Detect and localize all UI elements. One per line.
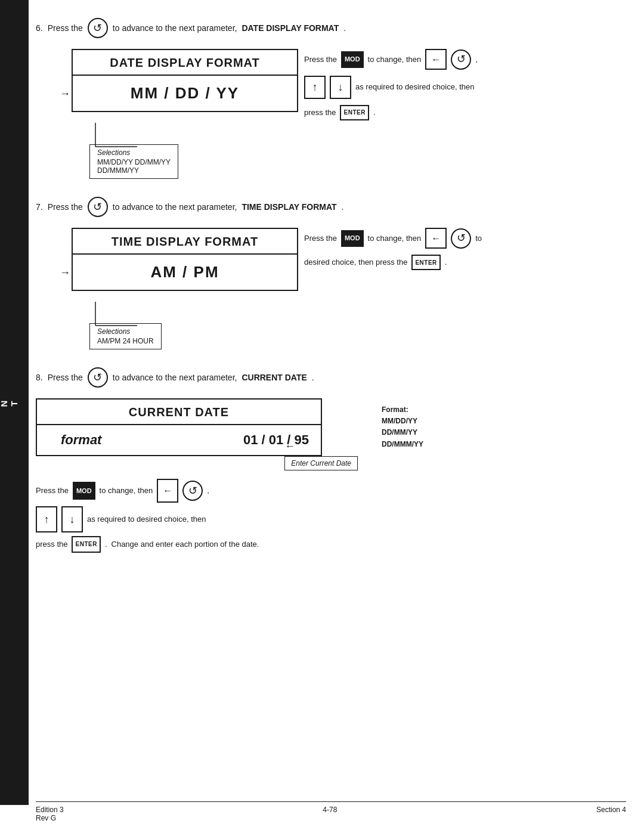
date-connector <box>72 123 286 153</box>
enter-date-area: ← Enter Current Date <box>284 440 358 470</box>
bottom-line2: ↑ ↓ as required to desired choice, then <box>36 506 626 532</box>
sidebar: INSTRUMENTSETTINGS <box>0 0 29 805</box>
step7-param-name: TIME DISPLAY FORMAT <box>242 202 336 212</box>
bottom-line3: press the ENTER . Change and enter each … <box>36 536 626 553</box>
step8-text-after: to advance to the next parameter, <box>113 373 237 382</box>
footer-left: Edition 3 Rev G <box>36 806 64 822</box>
footer-edition: Edition 3 <box>36 806 64 814</box>
enter-date-label: Enter Current Date <box>284 456 358 470</box>
refresh-button-bottom[interactable]: ↺ <box>182 481 203 501</box>
current-date-area: CURRENT DATE format 01 / 01 / 95 ← Enter… <box>36 398 626 467</box>
date-selections-items: MM/DD/YY DD/MM/YY <box>97 158 171 166</box>
step8-instruction: 8. Press the ↺ to advance to the next pa… <box>36 367 626 388</box>
date-display-left: DATE DISPLAY FORMAT → MM / DD / YY <box>36 49 286 179</box>
format-label: format <box>61 432 101 448</box>
date-to-change-text: to change, then <box>368 53 422 66</box>
time-value-arrow: → <box>60 266 72 278</box>
enter-button-time[interactable]: ENTER <box>411 255 440 270</box>
bottom-change-text: Change and enter each portion of the dat… <box>112 537 259 552</box>
format-note-area: Format: MM/DD/YY DD/MM/YY DD/MMM/YY <box>382 404 423 450</box>
up-arrow-button-bottom[interactable]: ↑ <box>36 506 57 532</box>
time-instr-line1: Press the MOD to change, then ← ↺ to <box>304 228 626 249</box>
step8-text-before: Press the <box>48 373 83 382</box>
step8-block: 8. Press the ↺ to advance to the next pa… <box>36 367 626 553</box>
step6-param-name: DATE DISPLAY FORMAT <box>242 23 339 33</box>
date-instr-line3: press the ENTER . <box>304 105 626 120</box>
format-note-2: DD/MM/YY <box>382 428 417 436</box>
step7-text-before: Press the <box>48 202 83 212</box>
step7-block: 7. Press the ↺ to advance to the next pa… <box>36 197 626 349</box>
bottom-line1: Press the MOD to change, then ← ↺ , <box>36 479 626 503</box>
step6-instruction: 6. Press the ↺ to advance to the next pa… <box>36 18 626 38</box>
format-note: Format: MM/DD/YY DD/MM/YY DD/MMM/YY <box>382 404 423 450</box>
comma1: , <box>475 53 478 66</box>
step7-number: 7. <box>36 202 43 212</box>
footer: Edition 3 Rev G 4-78 Section 4 <box>36 801 626 822</box>
step8-param-name: CURRENT DATE <box>242 373 306 382</box>
date-display-value: → MM / DD / YY <box>73 76 297 111</box>
main-content: 6. Press the ↺ to advance to the next pa… <box>36 18 626 594</box>
mod-button-bottom[interactable]: MOD <box>73 482 95 500</box>
refresh-button-8[interactable]: ↺ <box>88 367 108 388</box>
date-instructions-right: Press the MOD to change, then ← ↺ , ↑ ↓ … <box>286 49 626 120</box>
current-date-value-row: format 01 / 01 / 95 <box>37 425 321 455</box>
bottom-instructions: Press the MOD to change, then ← ↺ , ↑ ↓ … <box>36 479 626 553</box>
left-arrow-button-bottom[interactable]: ← <box>157 479 178 503</box>
bottom-as-required: as required to desired choice, then <box>87 512 206 527</box>
step8-number: 8. <box>36 373 43 382</box>
current-date-box-area: CURRENT DATE format 01 / 01 / 95 ← Enter… <box>36 398 322 467</box>
time-to-text: to <box>475 232 482 245</box>
date-display-area: DATE DISPLAY FORMAT → MM / DD / YY <box>36 49 626 179</box>
time-to-change-text: to change, then <box>368 232 422 245</box>
arrow-enter-row: ← <box>284 440 295 453</box>
date-press-mod-text: Press the <box>304 53 337 66</box>
format-note-label: Format: <box>382 405 408 414</box>
time-display-value: → AM / PM <box>73 255 297 290</box>
footer-rev: Rev G <box>36 814 64 822</box>
refresh-button-time[interactable]: ↺ <box>451 228 471 249</box>
time-display-box: TIME DISPLAY FORMAT → AM / PM <box>72 228 298 291</box>
date-selections-items2: DD/MMM/YY <box>97 166 171 175</box>
date-value-arrow: → <box>60 87 72 100</box>
current-date-box: CURRENT DATE format 01 / 01 / 95 <box>36 398 322 456</box>
down-arrow-button-bottom[interactable]: ↓ <box>61 506 83 532</box>
date-press-the-text: press the <box>304 106 336 119</box>
refresh-button-6[interactable]: ↺ <box>88 18 108 38</box>
date-as-required-text: as required to desired choice, then <box>355 80 474 94</box>
enter-button-date[interactable]: ENTER <box>340 105 369 120</box>
footer-center: 4-78 <box>323 806 337 814</box>
step7-instruction: 7. Press the ↺ to advance to the next pa… <box>36 197 626 217</box>
left-arrow-button-time[interactable]: ← <box>425 228 447 249</box>
step6-text-after: to advance to the next parameter, <box>113 23 237 33</box>
format-note-3: DD/MMM/YY <box>382 440 423 448</box>
bottom-press-mod: Press the <box>36 483 69 498</box>
time-desired-text: desired choice, then press the <box>304 256 407 269</box>
mod-button-time[interactable]: MOD <box>341 230 364 247</box>
date-display-title: DATE DISPLAY FORMAT <box>73 50 297 76</box>
left-arrow-button-date[interactable]: ← <box>425 49 447 70</box>
time-period: . <box>445 256 447 269</box>
refresh-button-7[interactable]: ↺ <box>88 197 108 217</box>
time-display-title: TIME DISPLAY FORMAT <box>73 229 297 255</box>
time-selections-items: AM/PM 24 HOUR <box>97 337 154 345</box>
refresh-button-date[interactable]: ↺ <box>451 49 471 70</box>
current-date-title: CURRENT DATE <box>37 400 321 425</box>
connector-svg <box>89 123 149 153</box>
time-instructions-right: Press the MOD to change, then ← ↺ to des… <box>286 228 626 270</box>
time-display-left: TIME DISPLAY FORMAT → AM / PM Selections <box>36 228 286 349</box>
down-arrow-button-date[interactable]: ↓ <box>330 76 351 99</box>
step6-number: 6. <box>36 23 43 33</box>
up-arrow-button-date[interactable]: ↑ <box>304 76 326 99</box>
bottom-period: . <box>105 537 107 552</box>
date-period: . <box>373 106 376 119</box>
date-instr-line1: Press the MOD to change, then ← ↺ , <box>304 49 626 70</box>
footer-right: Section 4 <box>596 806 626 814</box>
step6-block: 6. Press the ↺ to advance to the next pa… <box>36 18 626 179</box>
mod-button-date[interactable]: MOD <box>341 51 364 68</box>
enter-button-bottom[interactable]: ENTER <box>72 536 100 553</box>
bottom-press-the: press the <box>36 537 67 552</box>
date-display-box: DATE DISPLAY FORMAT → MM / DD / YY <box>72 49 298 112</box>
date-instr-line2: ↑ ↓ as required to desired choice, then <box>304 76 626 99</box>
time-instr-line2: desired choice, then press the ENTER . <box>304 255 626 270</box>
step7-text-after: to advance to the next parameter, <box>113 202 237 212</box>
